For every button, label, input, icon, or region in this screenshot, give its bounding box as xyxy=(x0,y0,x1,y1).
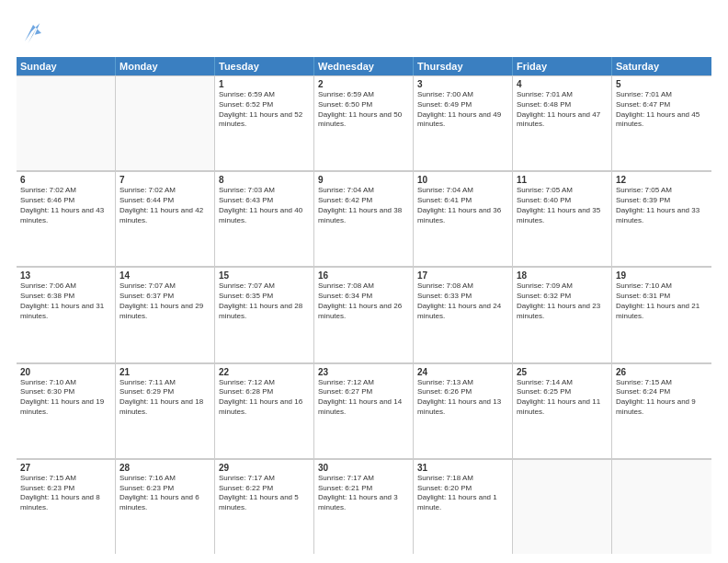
day-info: Sunrise: 7:09 AMSunset: 6:32 PMDaylight:… xyxy=(517,282,608,321)
day-info: Sunrise: 7:01 AMSunset: 6:48 PMDaylight:… xyxy=(517,90,608,130)
day-info: Sunrise: 7:12 AMSunset: 6:27 PMDaylight:… xyxy=(318,378,409,418)
day-info: Sunrise: 7:13 AMSunset: 6:26 PMDaylight:… xyxy=(417,378,508,418)
day-number: 20 xyxy=(20,367,111,377)
day-cell-5: 5Sunrise: 7:01 AMSunset: 6:47 PMDaylight… xyxy=(612,75,711,170)
day-cell-7: 7Sunrise: 7:02 AMSunset: 6:44 PMDaylight… xyxy=(116,171,215,266)
day-cell-31: 31Sunrise: 7:18 AMSunset: 6:20 PMDayligh… xyxy=(414,459,513,554)
day-info: Sunrise: 7:05 AMSunset: 6:39 PMDaylight:… xyxy=(616,186,708,225)
day-number: 10 xyxy=(417,175,508,185)
day-info: Sunrise: 7:08 AMSunset: 6:34 PMDaylight:… xyxy=(318,282,409,321)
day-number: 30 xyxy=(318,463,409,473)
day-number: 28 xyxy=(119,463,210,473)
day-info: Sunrise: 7:03 AMSunset: 6:43 PMDaylight:… xyxy=(219,186,310,225)
day-number: 31 xyxy=(417,463,508,473)
day-cell-8: 8Sunrise: 7:03 AMSunset: 6:43 PMDaylight… xyxy=(215,171,314,266)
day-number: 6 xyxy=(20,175,111,185)
day-info: Sunrise: 7:14 AMSunset: 6:25 PMDaylight:… xyxy=(517,378,608,418)
weekday-header-thursday: Thursday xyxy=(414,57,513,75)
empty-cell xyxy=(116,75,215,170)
day-cell-12: 12Sunrise: 7:05 AMSunset: 6:39 PMDayligh… xyxy=(612,171,711,266)
day-info: Sunrise: 7:10 AMSunset: 6:30 PMDaylight:… xyxy=(20,378,111,418)
day-number: 2 xyxy=(318,79,409,89)
day-info: Sunrise: 7:01 AMSunset: 6:47 PMDaylight:… xyxy=(616,90,708,130)
day-info: Sunrise: 7:02 AMSunset: 6:44 PMDaylight:… xyxy=(119,186,210,225)
day-info: Sunrise: 7:10 AMSunset: 6:31 PMDaylight:… xyxy=(616,282,708,321)
day-number: 14 xyxy=(119,270,210,281)
day-info: Sunrise: 7:06 AMSunset: 6:38 PMDaylight:… xyxy=(20,282,111,321)
weekday-header-tuesday: Tuesday xyxy=(215,57,314,75)
day-info: Sunrise: 7:04 AMSunset: 6:42 PMDaylight:… xyxy=(318,186,409,225)
day-number: 26 xyxy=(616,367,708,377)
day-cell-2: 2Sunrise: 6:59 AMSunset: 6:50 PMDaylight… xyxy=(314,75,414,170)
weekday-header-sunday: Sunday xyxy=(17,57,116,75)
logo-icon xyxy=(17,17,50,50)
day-cell-13: 13Sunrise: 7:06 AMSunset: 6:38 PMDayligh… xyxy=(17,267,116,362)
day-info: Sunrise: 6:59 AMSunset: 6:52 PMDaylight:… xyxy=(219,90,310,130)
calendar-row-1: 1Sunrise: 6:59 AMSunset: 6:52 PMDaylight… xyxy=(17,75,711,171)
day-cell-23: 23Sunrise: 7:12 AMSunset: 6:27 PMDayligh… xyxy=(314,363,414,458)
day-cell-21: 21Sunrise: 7:11 AMSunset: 6:29 PMDayligh… xyxy=(116,363,215,458)
day-number: 16 xyxy=(318,270,409,281)
day-info: Sunrise: 7:08 AMSunset: 6:33 PMDaylight:… xyxy=(417,282,508,321)
day-number: 13 xyxy=(20,270,111,281)
day-cell-19: 19Sunrise: 7:10 AMSunset: 6:31 PMDayligh… xyxy=(612,267,711,362)
day-number: 1 xyxy=(219,79,310,89)
calendar-body: 1Sunrise: 6:59 AMSunset: 6:52 PMDaylight… xyxy=(17,75,711,554)
day-info: Sunrise: 7:05 AMSunset: 6:40 PMDaylight:… xyxy=(517,186,608,225)
logo xyxy=(17,17,53,50)
day-number: 27 xyxy=(20,463,111,473)
day-info: Sunrise: 7:07 AMSunset: 6:37 PMDaylight:… xyxy=(119,282,210,321)
day-cell-16: 16Sunrise: 7:08 AMSunset: 6:34 PMDayligh… xyxy=(314,267,414,362)
day-info: Sunrise: 7:16 AMSunset: 6:23 PMDaylight:… xyxy=(119,474,210,513)
day-number: 25 xyxy=(517,367,608,377)
day-cell-25: 25Sunrise: 7:14 AMSunset: 6:25 PMDayligh… xyxy=(513,363,612,458)
day-cell-28: 28Sunrise: 7:16 AMSunset: 6:23 PMDayligh… xyxy=(116,459,215,554)
day-info: Sunrise: 7:07 AMSunset: 6:35 PMDaylight:… xyxy=(219,282,310,321)
day-number: 21 xyxy=(119,367,210,377)
calendar-row-4: 20Sunrise: 7:10 AMSunset: 6:30 PMDayligh… xyxy=(17,363,711,459)
weekday-header-saturday: Saturday xyxy=(612,57,711,75)
day-cell-4: 4Sunrise: 7:01 AMSunset: 6:48 PMDaylight… xyxy=(513,75,612,170)
calendar-header: SundayMondayTuesdayWednesdayThursdayFrid… xyxy=(17,57,711,75)
weekday-header-friday: Friday xyxy=(513,57,612,75)
day-cell-9: 9Sunrise: 7:04 AMSunset: 6:42 PMDaylight… xyxy=(314,171,414,266)
day-cell-14: 14Sunrise: 7:07 AMSunset: 6:37 PMDayligh… xyxy=(116,267,215,362)
calendar-row-5: 27Sunrise: 7:15 AMSunset: 6:23 PMDayligh… xyxy=(17,459,711,554)
day-number: 29 xyxy=(219,463,310,473)
day-cell-1: 1Sunrise: 6:59 AMSunset: 6:52 PMDaylight… xyxy=(215,75,314,170)
empty-cell xyxy=(513,459,612,554)
day-number: 4 xyxy=(517,79,608,89)
day-number: 19 xyxy=(616,270,708,281)
day-number: 22 xyxy=(219,367,310,377)
day-info: Sunrise: 7:12 AMSunset: 6:28 PMDaylight:… xyxy=(219,378,310,418)
day-number: 23 xyxy=(318,367,409,377)
day-cell-30: 30Sunrise: 7:17 AMSunset: 6:21 PMDayligh… xyxy=(314,459,414,554)
day-number: 8 xyxy=(219,175,310,185)
day-number: 17 xyxy=(417,270,508,281)
calendar-row-2: 6Sunrise: 7:02 AMSunset: 6:46 PMDaylight… xyxy=(17,171,711,267)
header xyxy=(17,17,711,50)
day-cell-27: 27Sunrise: 7:15 AMSunset: 6:23 PMDayligh… xyxy=(17,459,116,554)
day-cell-26: 26Sunrise: 7:15 AMSunset: 6:24 PMDayligh… xyxy=(612,363,711,458)
day-cell-20: 20Sunrise: 7:10 AMSunset: 6:30 PMDayligh… xyxy=(17,363,116,458)
day-cell-17: 17Sunrise: 7:08 AMSunset: 6:33 PMDayligh… xyxy=(414,267,513,362)
day-number: 15 xyxy=(219,270,310,281)
empty-cell xyxy=(612,459,711,554)
day-number: 3 xyxy=(417,79,508,89)
day-number: 5 xyxy=(616,79,708,89)
day-cell-15: 15Sunrise: 7:07 AMSunset: 6:35 PMDayligh… xyxy=(215,267,314,362)
calendar: SundayMondayTuesdayWednesdayThursdayFrid… xyxy=(17,57,711,554)
empty-cell xyxy=(17,75,116,170)
day-number: 12 xyxy=(616,175,708,185)
weekday-header-monday: Monday xyxy=(116,57,215,75)
day-cell-10: 10Sunrise: 7:04 AMSunset: 6:41 PMDayligh… xyxy=(414,171,513,266)
day-number: 9 xyxy=(318,175,409,185)
day-info: Sunrise: 7:15 AMSunset: 6:23 PMDaylight:… xyxy=(20,474,111,513)
day-info: Sunrise: 7:00 AMSunset: 6:49 PMDaylight:… xyxy=(417,90,508,130)
day-cell-22: 22Sunrise: 7:12 AMSunset: 6:28 PMDayligh… xyxy=(215,363,314,458)
day-cell-11: 11Sunrise: 7:05 AMSunset: 6:40 PMDayligh… xyxy=(513,171,612,266)
calendar-row-3: 13Sunrise: 7:06 AMSunset: 6:38 PMDayligh… xyxy=(17,267,711,362)
day-cell-6: 6Sunrise: 7:02 AMSunset: 6:46 PMDaylight… xyxy=(17,171,116,266)
day-info: Sunrise: 7:17 AMSunset: 6:21 PMDaylight:… xyxy=(318,474,409,513)
day-info: Sunrise: 7:04 AMSunset: 6:41 PMDaylight:… xyxy=(417,186,508,225)
